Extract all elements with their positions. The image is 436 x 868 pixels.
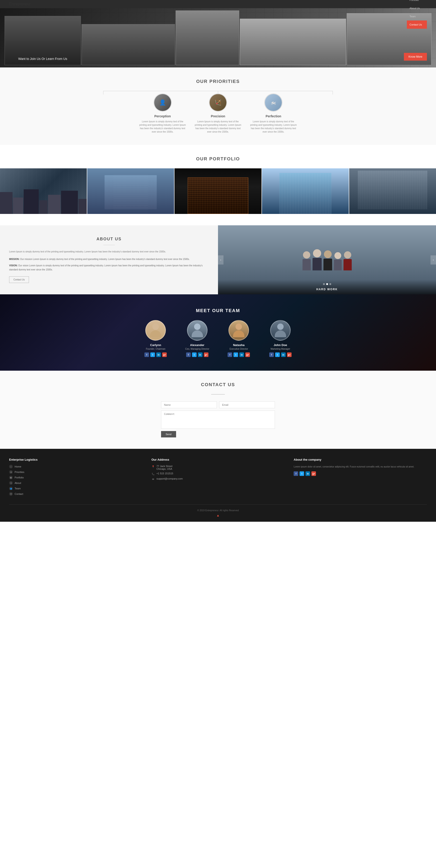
hero-know-more-button[interactable]: Know More <box>404 53 427 61</box>
mail-icon: ✉ <box>9 492 13 496</box>
priority-precision: 🏹 Precision Lorem Ipsum is simply dummy … <box>194 93 242 133</box>
priority-precision-icon: 🏹 <box>210 94 226 111</box>
google-plus-icon[interactable]: g+ <box>245 352 250 357</box>
google-plus-icon[interactable]: g+ <box>204 352 209 357</box>
footer-grid: Enterprise Logistics ⌂ Home ★ Priorities… <box>9 458 427 498</box>
footer-link-team[interactable]: 👥 Team <box>9 487 143 490</box>
about-separator <box>103 245 115 245</box>
about-section: ABOUT US Lorem Ipsum is simply dummy tex… <box>0 225 436 294</box>
team-role-alexander: Ceo, Managing Director <box>180 348 215 350</box>
nav-link-contact-us[interactable]: Contact Us <box>407 21 427 29</box>
grid-icon: ▦ <box>9 476 13 479</box>
footer-nav-title: Enterprise Logistics <box>9 458 143 461</box>
footer-about-col: About the company Lorem ipsum dolor sit … <box>293 458 427 498</box>
team-social-alexander: f t in g+ <box>180 352 215 357</box>
carousel-overlay: HARD WORK <box>218 280 436 294</box>
portfolio-item-2[interactable] <box>87 168 174 214</box>
connector-left <box>103 91 103 95</box>
team-member-john: John Doe Marketing Manager f t in g+ <box>263 320 298 357</box>
building-4 <box>240 19 346 65</box>
team-avatar-alexander <box>187 320 208 341</box>
hero-text: Want to Join Us Or Learn From Us <box>9 57 67 61</box>
about-contact-button[interactable]: Contact Us <box>9 276 29 283</box>
carousel-dot-1[interactable] <box>323 283 325 285</box>
linkedin-icon[interactable]: in <box>240 352 244 357</box>
priority-perfection-image: 🏍 <box>264 93 282 112</box>
footer-facebook-icon[interactable]: f <box>293 471 298 476</box>
footer-link-contact[interactable]: ✉ Contact <box>9 492 143 496</box>
carousel-dot-2[interactable] <box>326 283 328 285</box>
google-plus-icon[interactable]: g+ <box>162 352 167 357</box>
portfolio-title: OUR PORTFOLIO <box>0 156 436 161</box>
star-icon: ★ <box>9 470 13 474</box>
team-name-alexander: Alexander <box>180 343 215 347</box>
footer-twitter-icon[interactable]: t <box>300 471 304 476</box>
nav-link-about-us[interactable]: About Us <box>407 4 427 12</box>
about-men-group <box>303 249 352 271</box>
contact-name-email-row <box>161 401 275 408</box>
portfolio-item-4[interactable] <box>262 168 349 214</box>
team-member-carlynn: Carlynn Founder, Chairman f t in g+ <box>138 320 173 357</box>
linkedin-icon[interactable]: in <box>198 352 203 357</box>
contact-submit-button[interactable]: Send <box>161 431 176 437</box>
footer-social-icons: f t in g+ <box>293 471 427 476</box>
facebook-icon[interactable]: f <box>145 352 149 357</box>
portfolio-item-3[interactable] <box>175 168 261 214</box>
team-name-carlynn: Carlynn <box>138 343 173 347</box>
team-avatar-natasha <box>228 320 249 341</box>
linkedin-icon[interactable]: in <box>156 352 161 357</box>
priorities-grid: 👤 Perception Lorem Ipsum is simply dummy… <box>138 93 298 133</box>
team-name-john: John Doe <box>263 343 298 347</box>
nav-link-portfolio[interactable]: Portfolio <box>407 0 427 4</box>
about-description: Lorem Ipsum is simply dummy text of the … <box>9 250 209 254</box>
twitter-icon[interactable]: t <box>275 352 280 357</box>
facebook-icon[interactable]: f <box>186 352 191 357</box>
priority-perception-desc: Lorem Ipsum is simply dummy text of the … <box>138 120 187 133</box>
building-3 <box>176 10 239 65</box>
priority-precision-title: Precision <box>194 114 242 118</box>
about-title: ABOUT US <box>9 237 209 242</box>
footer-street: 📍 77 Jack Street Chicago, USA <box>152 465 285 470</box>
connector-center <box>218 91 218 95</box>
carousel-dot-3[interactable] <box>330 283 331 285</box>
carousel-next-button[interactable]: › <box>431 255 436 265</box>
priority-perception-image: 👤 <box>154 93 172 112</box>
team-grid: Carlynn Founder, Chairman f t in g+ Alex… <box>138 320 298 357</box>
contact-divider <box>211 394 225 395</box>
priority-perfection-icon: 🏍 <box>265 94 282 111</box>
about-vision: VISION: Our vision Lorem Ipsum is simply… <box>9 264 209 272</box>
footer-nav-col: Enterprise Logistics ⌂ Home ★ Priorities… <box>9 458 143 498</box>
footer-google-plus-icon[interactable]: g+ <box>311 471 316 476</box>
footer-link-portfolio[interactable]: ▦ Portfolio <box>9 476 143 479</box>
team-social-carlynn: f t in g+ <box>138 352 173 357</box>
twitter-icon[interactable]: t <box>150 352 155 357</box>
contact-name-input[interactable] <box>161 401 217 408</box>
team-section: MEET OUR TEAM Carlynn Founder, Chairman … <box>0 294 436 371</box>
footer-linkedin-icon[interactable]: in <box>306 471 310 476</box>
twitter-icon[interactable]: t <box>233 352 238 357</box>
contact-email-input[interactable] <box>219 401 275 408</box>
nav-links: HomeOur PrioritiesPortfolioAbout UsTeamC… <box>407 0 427 29</box>
team-role-john: Marketing Manager <box>263 348 298 350</box>
carousel-prev-button[interactable]: ‹ <box>218 255 223 265</box>
portfolio-item-1[interactable] <box>0 168 87 214</box>
footer-link-priorities[interactable]: ★ Priorities <box>9 470 143 474</box>
team-social-natasha: f t in g+ <box>221 352 256 357</box>
portfolio-item-5[interactable] <box>349 168 436 214</box>
facebook-icon[interactable]: f <box>227 352 232 357</box>
location-icon: 📍 <box>152 465 155 468</box>
about-text-panel: ABOUT US Lorem Ipsum is simply dummy tex… <box>0 225 218 294</box>
footer-link-about[interactable]: ℹ About <box>9 481 143 485</box>
nav-link-team[interactable]: Team <box>407 12 427 21</box>
footer-link-home[interactable]: ⌂ Home <box>9 465 143 468</box>
team-avatar-carlynn <box>145 320 166 341</box>
priority-perception-icon: 👤 <box>154 94 171 111</box>
linkedin-icon[interactable]: in <box>281 352 286 357</box>
connector-right <box>333 91 333 95</box>
facebook-icon[interactable]: f <box>269 352 274 357</box>
google-plus-icon[interactable]: g+ <box>287 352 291 357</box>
twitter-icon[interactable]: t <box>192 352 196 357</box>
footer: Enterprise Logistics ⌂ Home ★ Priorities… <box>0 449 436 522</box>
contact-comment-input[interactable] <box>161 410 275 429</box>
people-icon: 👥 <box>9 487 13 490</box>
